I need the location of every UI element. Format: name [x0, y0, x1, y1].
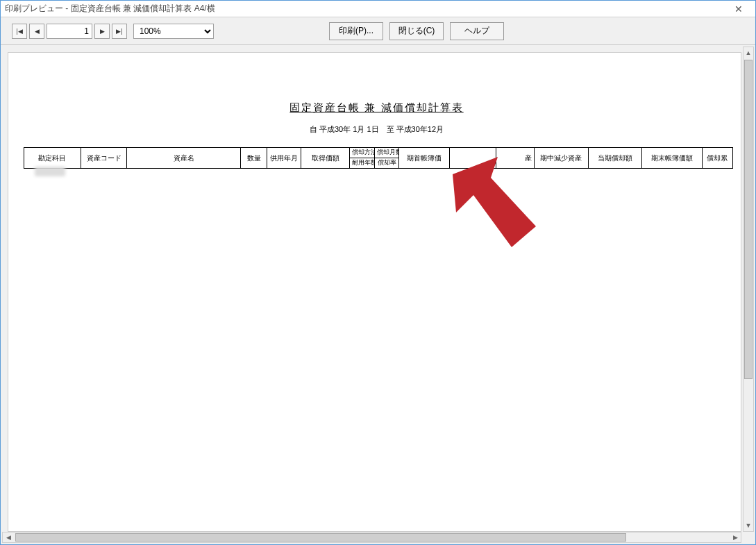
col-period-dec: 期中減少資産 [535, 148, 589, 169]
col-open-bv: 期首帳簿価 [399, 148, 450, 169]
help-button[interactable]: ヘルプ [450, 22, 504, 40]
col-acq: 取得価額 [301, 148, 350, 169]
col-hidden-1 [450, 148, 496, 169]
svg-marker-0 [453, 157, 536, 247]
col-qty: 数量 [241, 148, 267, 169]
vertical-scroll-thumb[interactable] [744, 60, 753, 379]
zoom-select[interactable]: 100% [133, 24, 214, 39]
print-preview-window: 印刷プレビュー - 固定資産台帳 兼 減価償却計算表 A4/横 ✕ |◀ ◀ ▶… [0, 0, 756, 545]
report-period: 自 平成30年 1月 1日 至 平成30年12月 [24, 124, 730, 135]
toolbar: |◀ ◀ ▶ ▶| 100% 印刷(P)... 閉じる(C) ヘルプ [1, 17, 755, 45]
col-name: 資産名 [127, 148, 241, 169]
titlebar: 印刷プレビュー - 固定資産台帳 兼 減価償却計算表 A4/横 ✕ [1, 1, 755, 17]
scroll-up-icon[interactable]: ▲ [744, 47, 753, 58]
last-page-button[interactable]: ▶| [112, 24, 127, 39]
col-end-bv: 期末帳簿価額 [642, 148, 702, 169]
prev-page-button[interactable]: ◀ [29, 24, 44, 39]
report-title: 固定資産台帳 兼 減価償却計算表 [24, 101, 730, 115]
vertical-scrollbar[interactable]: ▲ ▼ [743, 47, 754, 532]
print-button[interactable]: 印刷(P)... [329, 22, 383, 40]
close-button[interactable]: 閉じる(C) [389, 22, 444, 40]
horizontal-scroll-thumb[interactable] [15, 533, 626, 542]
col-hidden-2: 産 [496, 148, 534, 169]
table-header: 勘定科目 資産コード 資産名 数量 供用年月 取得価額 償却方法 償却月数 期首… [24, 148, 733, 169]
company-name-redacted [35, 167, 65, 176]
col-code: 資産コード [81, 148, 126, 169]
col-period-dep: 当期償却額 [588, 148, 642, 169]
horizontal-scrollbar[interactable]: ◀ ▶ [2, 532, 741, 543]
scroll-down-icon[interactable]: ▼ [744, 520, 753, 531]
asset-table: 勘定科目 資産コード 資産名 数量 供用年月 取得価額 償却方法 償却月数 期首… [24, 147, 733, 169]
page-paper: 固定資産台帳 兼 減価償却計算表 自 平成30年 1月 1日 至 平成30年12… [8, 52, 741, 532]
page-number-input[interactable] [47, 24, 92, 39]
report-document: 固定資産台帳 兼 減価償却計算表 自 平成30年 1月 1日 至 平成30年12… [8, 53, 741, 169]
window-title: 印刷プレビュー - 固定資産台帳 兼 減価償却計算表 A4/横 [5, 3, 726, 15]
col-sub2-top: 償却月数 [374, 148, 398, 158]
next-page-button[interactable]: ▶ [94, 24, 110, 39]
col-kanjo: 勘定科目 [24, 148, 81, 169]
scroll-left-icon[interactable]: ◀ [3, 533, 14, 542]
first-page-button[interactable]: |◀ [12, 24, 27, 39]
scroll-right-icon[interactable]: ▶ [730, 533, 741, 542]
close-icon[interactable]: ✕ [726, 2, 751, 16]
col-sub1-top: 償却方法 [350, 148, 374, 158]
col-sub2-bot: 償却率 [374, 158, 398, 169]
col-last: 償却累 [702, 148, 732, 169]
pointer-arrow-overlay [446, 157, 543, 261]
col-svc-date: 供用年月 [267, 148, 301, 169]
col-sub1-bot: 耐用年数 [350, 158, 374, 169]
preview-viewport: 固定資産台帳 兼 減価償却計算表 自 平成30年 1月 1日 至 平成30年12… [1, 45, 755, 544]
